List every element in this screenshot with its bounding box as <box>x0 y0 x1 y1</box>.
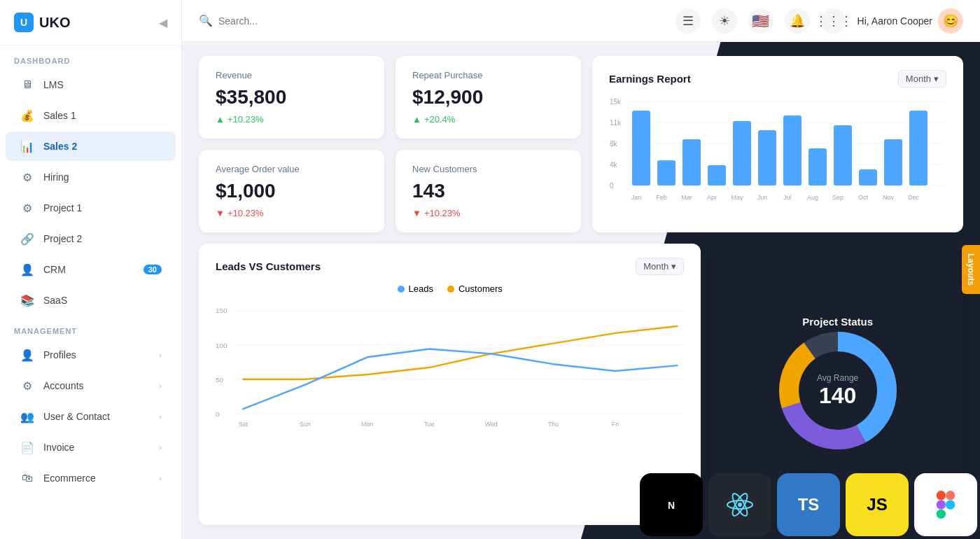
svg-point-63 <box>946 500 955 509</box>
avg-order-label: Average Order value <box>216 164 368 174</box>
chevron-down-icon: ▾ <box>671 261 676 272</box>
sidebar-item-profiles[interactable]: 👤 Profiles › <box>6 340 176 370</box>
avg-order-value: $1,000 <box>216 180 368 202</box>
leads-period-dropdown[interactable]: Month ▾ <box>636 258 684 275</box>
earnings-title: Earnings Report <box>609 73 691 85</box>
sidebar-item-project2[interactable]: 🔗 Project 2 <box>6 224 176 253</box>
sidebar-item-label: LMS <box>43 79 64 90</box>
customers-legend-label: Customers <box>458 284 503 294</box>
svg-text:Feb: Feb <box>656 194 667 201</box>
chevron-right-icon: › <box>159 412 162 421</box>
svg-rect-61 <box>937 500 946 509</box>
sales1-icon: 💰 <box>20 108 35 123</box>
svg-rect-18 <box>834 125 852 186</box>
logo: U UKO <box>14 13 70 32</box>
svg-rect-21 <box>909 111 927 186</box>
next-logo: N <box>657 491 685 519</box>
apps-button[interactable]: ⋮⋮⋮ <box>821 8 846 34</box>
svg-text:Tue: Tue <box>424 421 435 428</box>
leads-legend-item: Leads <box>398 284 433 294</box>
typescript-icon: TS <box>777 473 840 536</box>
project2-icon: 🔗 <box>20 231 35 246</box>
sidebar-item-accounts[interactable]: ⚙ Accounts › <box>6 371 176 400</box>
search-input[interactable] <box>218 15 358 27</box>
leads-legend: Leads Customers <box>216 284 684 294</box>
content-area: Revenue $35,800 ▲ +10.23% Repeat Purchas… <box>182 42 980 539</box>
svg-rect-16 <box>783 115 802 186</box>
svg-text:Dec: Dec <box>908 194 920 201</box>
revenue-label: Revenue <box>216 70 368 80</box>
earnings-header: Earnings Report Month ▾ <box>609 70 946 88</box>
sidebar-item-sales2[interactable]: 📊 Sales 2 <box>6 132 176 161</box>
svg-text:Sat: Sat <box>239 421 248 428</box>
sidebar-item-sales1[interactable]: 💰 Sales 1 <box>6 101 176 130</box>
svg-text:8k: 8k <box>610 140 618 148</box>
sidebar-item-label: User & Contact <box>43 411 110 422</box>
layouts-button[interactable]: Layouts <box>962 245 980 294</box>
sidebar-item-label: CRM <box>43 264 66 275</box>
svg-text:150: 150 <box>216 307 227 314</box>
theme-toggle-button[interactable]: ☀ <box>712 8 737 34</box>
chevron-down-icon: ▾ <box>934 74 939 84</box>
revenue-change: ▲ +10.23% <box>216 114 368 125</box>
search-box: 🔍 <box>199 14 664 27</box>
revenue-value: $35,800 <box>216 86 368 108</box>
svg-text:Jun: Jun <box>757 194 768 201</box>
top-row: Revenue $35,800 ▲ +10.23% Repeat Purchas… <box>199 56 963 232</box>
react-icon <box>708 473 771 536</box>
language-button[interactable]: 🇺🇸 <box>748 8 774 34</box>
leads-dot <box>398 286 405 293</box>
project-status-title: Project Status <box>802 316 873 328</box>
donut-center: Avg Range 140 <box>817 372 858 408</box>
revenue-card: Revenue $35,800 ▲ +10.23% <box>199 56 384 139</box>
svg-text:11k: 11k <box>610 119 622 127</box>
svg-text:Mon: Mon <box>361 421 373 428</box>
chevron-right-icon: › <box>159 382 162 390</box>
sidebar-item-lms[interactable]: 🖥 LMS <box>6 70 176 99</box>
crm-badge: 30 <box>144 265 162 274</box>
user-info[interactable]: Hi, Aaron Cooper 😊 <box>858 8 963 34</box>
notifications-button[interactable]: 🔔 <box>785 8 810 34</box>
user-greeting: Hi, Aaron Cooper <box>858 15 932 27</box>
lms-icon: 🖥 <box>20 77 35 92</box>
dashboard-section-label: DASHBOARD <box>0 46 181 69</box>
sidebar-item-ecommerce[interactable]: 🛍 Ecommerce › <box>6 463 176 493</box>
earnings-period-dropdown[interactable]: Month ▾ <box>898 70 946 88</box>
svg-text:Aug: Aug <box>807 194 818 201</box>
sidebar-item-project1[interactable]: ⚙ Project 1 <box>6 193 176 223</box>
sidebar-item-hiring[interactable]: ⚙ Hiring <box>6 162 176 192</box>
collapse-button[interactable]: ◀ <box>159 16 167 29</box>
sidebar-item-user-contact[interactable]: 👥 User & Contact › <box>6 402 176 431</box>
svg-text:May: May <box>731 194 743 201</box>
sidebar-item-label: Ecommerce <box>43 472 96 484</box>
invoice-icon: 📄 <box>20 440 35 455</box>
avg-range-label: Avg Range <box>817 372 858 382</box>
management-section-label: MANAGEMENT <box>0 316 181 340</box>
svg-text:Oct: Oct <box>858 194 869 201</box>
earnings-bar-chart: 15k 11k 8k 4k 0 <box>609 96 946 208</box>
svg-text:0: 0 <box>216 410 220 418</box>
sidebar-item-saas[interactable]: 📚 SaaS <box>6 286 176 315</box>
sidebar-logo: U UKO ◀ <box>0 0 181 46</box>
sidebar-item-crm[interactable]: 👤 CRM 30 <box>6 255 176 284</box>
react-logo <box>724 489 755 520</box>
svg-rect-20 <box>884 139 902 186</box>
svg-text:100: 100 <box>216 342 227 349</box>
sidebar-item-label: Invoice <box>43 442 74 453</box>
sidebar-item-invoice[interactable]: 📄 Invoice › <box>6 433 176 462</box>
header: 🔍 ☰ ☀ 🇺🇸 🔔 ⋮⋮⋮ Hi, Aaron Cooper 😊 <box>182 0 980 42</box>
svg-text:Fri: Fri <box>612 421 619 428</box>
chevron-right-icon: › <box>159 474 162 482</box>
svg-text:Jan: Jan <box>631 194 642 201</box>
svg-text:N: N <box>668 500 675 511</box>
down-arrow-icon: ▼ <box>216 208 225 218</box>
menu-button[interactable]: ☰ <box>676 8 701 34</box>
svg-rect-14 <box>733 121 751 186</box>
leads-legend-label: Leads <box>409 284 433 294</box>
sidebar-item-label: Hiring <box>43 172 69 183</box>
donut-chart: Avg Range 140 <box>775 328 901 454</box>
down-arrow-icon: ▼ <box>412 208 421 218</box>
repeat-purchase-change: ▲ +20.4% <box>412 114 564 125</box>
svg-rect-13 <box>708 165 726 186</box>
svg-text:Thu: Thu <box>548 421 559 428</box>
